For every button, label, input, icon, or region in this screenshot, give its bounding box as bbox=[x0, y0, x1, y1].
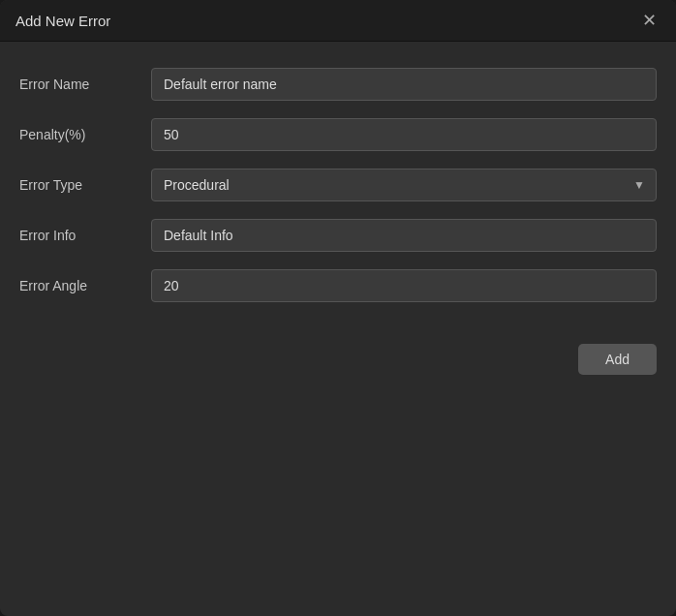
error-info-label: Error Info bbox=[19, 228, 136, 243]
dialog-title: Add New Error bbox=[15, 13, 110, 29]
error-info-input[interactable] bbox=[151, 219, 657, 252]
penalty-row: Penalty(%) bbox=[19, 111, 657, 158]
add-new-error-dialog: Add New Error ✕ Error Name Penalty(%) Er… bbox=[0, 0, 676, 616]
error-angle-label: Error Angle bbox=[19, 278, 136, 293]
error-type-select[interactable]: Procedural Systemic Random bbox=[151, 169, 657, 201]
error-type-select-wrapper: Procedural Systemic Random ▼ bbox=[151, 169, 657, 201]
error-name-row: Error Name bbox=[19, 61, 657, 108]
error-name-input[interactable] bbox=[151, 68, 657, 101]
form-body: Error Name Penalty(%) Error Type Procedu… bbox=[0, 42, 676, 328]
penalty-input[interactable] bbox=[151, 118, 657, 151]
error-name-label: Error Name bbox=[19, 77, 136, 92]
add-button[interactable]: Add bbox=[578, 344, 657, 375]
error-angle-input[interactable] bbox=[151, 269, 657, 302]
error-type-label: Error Type bbox=[19, 177, 136, 193]
title-bar: Add New Error ✕ bbox=[0, 0, 676, 42]
error-info-row: Error Info bbox=[19, 212, 657, 259]
close-button[interactable]: ✕ bbox=[638, 10, 661, 31]
error-type-row: Error Type Procedural Systemic Random ▼ bbox=[19, 162, 657, 208]
button-row: Add bbox=[0, 328, 676, 375]
error-angle-row: Error Angle bbox=[19, 262, 657, 309]
penalty-label: Penalty(%) bbox=[19, 127, 136, 142]
